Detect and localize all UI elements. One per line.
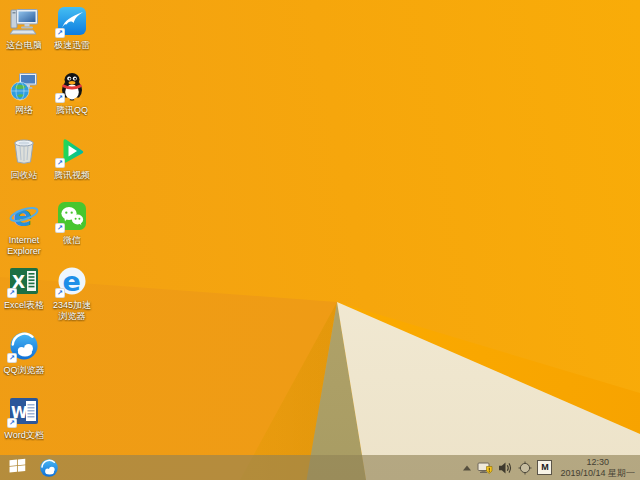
volume-icon[interactable] [498, 455, 513, 480]
desktop-icon-label: Excel表格 [4, 300, 44, 311]
shortcut-arrow-icon: ↗ [7, 353, 17, 363]
shortcut-arrow-icon: ↗ [55, 288, 65, 298]
desktop-icon-label: QQ浏览器 [3, 365, 44, 376]
desktop-icon-label: 微信 [63, 235, 81, 246]
desktop-icon-label: 2345加速浏览器 [49, 300, 95, 322]
svg-text:e: e [63, 266, 81, 297]
desktop-icon-xunlei-speed[interactable]: ↗ 极速迅雷 [49, 5, 95, 70]
desktop-icon-qq-browser[interactable]: ↗ QQ浏览器 [1, 330, 47, 395]
clock-date: 2019/10/14 星期一 [560, 468, 635, 479]
network-icon [8, 70, 40, 102]
shortcut-arrow-icon: ↗ [7, 418, 17, 428]
this-pc-icon [8, 5, 40, 37]
hidden-icons-chevron[interactable] [462, 455, 472, 480]
taskbar-clock[interactable]: 12:30 2019/10/14 星期一 [557, 457, 638, 478]
desktop-icon-internet-explorer[interactable]: e Internet Explorer [1, 200, 47, 265]
start-button[interactable] [0, 455, 34, 480]
shortcut-arrow-icon: ↗ [55, 223, 65, 233]
desktop-icon-label: 网络 [15, 105, 33, 116]
shortcut-arrow-icon: ↗ [55, 93, 65, 103]
desktop-icon-tencent-qq[interactable]: ↗ 腾讯QQ [49, 70, 95, 135]
desktop-icon-2345-browser[interactable]: e ↗ 2345加速浏览器 [49, 265, 95, 330]
excel-icon: X ↗ [8, 265, 40, 297]
clock-time: 12:30 [560, 457, 635, 468]
shortcut-arrow-icon: ↗ [55, 28, 65, 38]
taskbar-pinned-qq-browser[interactable] [34, 455, 64, 480]
shortcut-arrow-icon: ↗ [55, 158, 65, 168]
desktop-icon-recycle-bin[interactable]: 回收站 [1, 135, 47, 200]
qq-browser-icon [39, 458, 59, 478]
ime-indicator[interactable]: M [537, 455, 552, 480]
desktop-icon-this-pc[interactable]: 这台电脑 [1, 5, 47, 70]
desktop-icon-grid: 这台电脑 ↗ 极速迅雷 [1, 5, 95, 460]
svg-text:e: e [13, 200, 32, 232]
desktop-icon-label: 这台电脑 [6, 40, 42, 51]
qq-browser-icon: ↗ [8, 330, 40, 362]
desktop-icon-label: 腾讯视频 [54, 170, 90, 181]
network-warning-icon[interactable] [477, 455, 493, 480]
system-tray: M 12:30 2019/10/14 星期一 [462, 455, 638, 480]
target-circle-icon[interactable] [518, 455, 532, 480]
internet-explorer-icon: e [8, 200, 40, 232]
ime-letter: M [537, 460, 552, 475]
desktop-icon-network[interactable]: 网络 [1, 70, 47, 135]
desktop-icon-wechat[interactable]: ↗ 微信 [49, 200, 95, 265]
recycle-bin-icon [8, 135, 40, 167]
desktop-icon-label: 极速迅雷 [54, 40, 90, 51]
desktop-icon-word[interactable]: W ↗ Word文档 [1, 395, 47, 460]
tencent-qq-icon: ↗ [56, 70, 88, 102]
desktop-icon-label: 腾讯QQ [56, 105, 88, 116]
desktop-icon-label: 回收站 [11, 170, 38, 181]
2345-browser-icon: e ↗ [56, 265, 88, 297]
xunlei-speed-icon: ↗ [56, 5, 88, 37]
desktop-icon-tencent-video[interactable]: ↗ 腾讯视频 [49, 135, 95, 200]
desktop-icon-label: Word文档 [4, 430, 43, 441]
shortcut-arrow-icon: ↗ [7, 288, 17, 298]
tencent-video-icon: ↗ [56, 135, 88, 167]
word-icon: W ↗ [8, 395, 40, 427]
windows-flag-icon [9, 458, 26, 477]
desktop-icon-label: Internet Explorer [1, 235, 47, 257]
desktop-icon-excel[interactable]: X ↗ Excel表格 [1, 265, 47, 330]
taskbar: M 12:30 2019/10/14 星期一 [0, 455, 640, 480]
wechat-icon: ↗ [56, 200, 88, 232]
